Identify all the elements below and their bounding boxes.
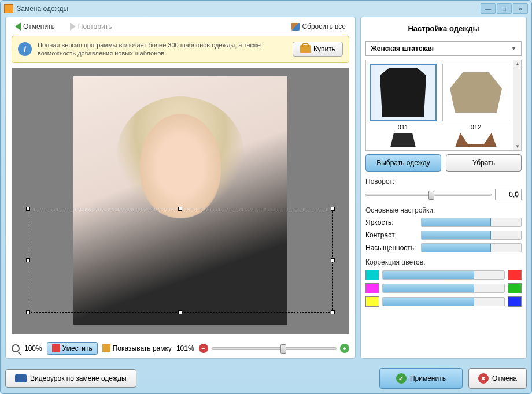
zoom-slider[interactable] [212, 347, 337, 350]
zoom-label: 100% [24, 344, 42, 352]
cart-icon [300, 45, 311, 53]
right-panel: Настройка одежды Женская штатская ▼ 011 … [360, 17, 527, 359]
selection-frame[interactable] [28, 209, 333, 313]
thumb-label: 012 [442, 124, 509, 131]
resize-handle[interactable] [26, 310, 30, 314]
resize-handle[interactable] [178, 207, 182, 211]
clothing-thumb[interactable] [442, 64, 509, 121]
reset-button[interactable]: Сбросить все [288, 21, 349, 32]
saturation-label: Насыщенность: [365, 244, 418, 252]
check-icon: ✓ [396, 373, 407, 384]
step-up[interactable]: ▲ [513, 190, 520, 195]
panel-title: Настройка одежды [365, 22, 522, 38]
chevron-down-icon: ▼ [511, 46, 516, 51]
footer: Видеоурок по замене одежды ✓ Применить ✕… [1, 363, 531, 393]
redo-label: Повторить [78, 23, 112, 31]
resize-handle[interactable] [331, 310, 335, 314]
zoom-value: 101% [176, 344, 194, 352]
undo-icon [15, 23, 21, 31]
bottom-bar: 100% Уместить Показывать рамку 101% − + [6, 339, 355, 358]
buy-label: Купить [313, 45, 335, 53]
color-slider[interactable] [382, 297, 505, 306]
rotation-label: Поворот: [365, 177, 522, 185]
slider-thumb[interactable] [428, 191, 434, 200]
clothing-thumb[interactable] [442, 133, 509, 147]
color-correction-label: Коррекция цветов: [365, 258, 522, 266]
canvas[interactable] [12, 68, 349, 334]
brightness-label: Яркость: [365, 218, 418, 226]
window-title: Замена одежды [17, 5, 481, 13]
tutorial-label: Видеоурок по замене одежды [30, 374, 127, 382]
color-swatch[interactable] [508, 283, 522, 293]
cancel-button[interactable]: ✕ Отмена [468, 368, 527, 389]
left-panel: Отменить Повторить Сбросить все i Полная… [5, 17, 356, 359]
category-label: Женская штатская [371, 44, 434, 53]
category-dropdown[interactable]: Женская штатская ▼ [365, 41, 522, 56]
frame-icon [102, 344, 110, 352]
redo-button[interactable]: Повторить [66, 21, 116, 32]
color-swatch[interactable] [508, 296, 522, 307]
saturation-slider[interactable] [421, 243, 522, 252]
close-icon: ✕ [478, 373, 489, 384]
resize-handle[interactable] [331, 258, 335, 262]
fit-label: Уместить [62, 344, 93, 352]
reset-label: Сбросить все [302, 23, 346, 31]
select-clothing-button[interactable]: Выбрать одежду [365, 154, 441, 172]
undo-button[interactable]: Отменить [12, 21, 58, 32]
clothing-thumb[interactable] [370, 64, 437, 121]
minimize-button[interactable]: — [481, 3, 496, 14]
rotation-value[interactable]: 0,0 ▲▼ [495, 189, 522, 200]
close-button[interactable]: ✕ [513, 3, 528, 14]
main-settings-label: Основные настройки: [365, 206, 522, 214]
rotation-slider[interactable] [365, 194, 492, 196]
buy-button[interactable]: Купить [293, 42, 343, 57]
titlebar: Замена одежды — □ ✕ [1, 1, 531, 17]
thumb-label: 011 [370, 124, 437, 131]
app-icon [4, 4, 13, 13]
scrollbar[interactable] [513, 60, 521, 150]
undo-label: Отменить [23, 23, 55, 31]
magnifier-icon [12, 344, 20, 352]
color-swatch[interactable] [365, 296, 379, 307]
resize-handle[interactable] [178, 310, 182, 314]
resize-handle[interactable] [331, 207, 335, 211]
color-swatch[interactable] [365, 270, 379, 280]
camera-icon [15, 374, 27, 382]
contrast-slider[interactable] [421, 231, 522, 240]
app-window: Замена одежды — □ ✕ Отменить Повторить [0, 0, 532, 394]
toolbar: Отменить Повторить Сбросить все [6, 17, 355, 36]
resize-handle[interactable] [26, 207, 30, 211]
color-swatch[interactable] [508, 270, 522, 280]
info-text: Полная версия программы включает более 3… [38, 41, 287, 58]
color-swatch[interactable] [365, 283, 379, 293]
brightness-slider[interactable] [421, 218, 522, 227]
color-slider[interactable] [382, 270, 505, 280]
resize-handle[interactable] [26, 258, 30, 262]
apply-button[interactable]: ✓ Применить [379, 368, 463, 389]
redo-icon [70, 23, 76, 31]
fit-icon [52, 344, 60, 352]
zoom-out-button[interactable]: − [199, 344, 208, 353]
remove-clothing-button[interactable]: Убрать [446, 154, 522, 172]
fit-button[interactable]: Уместить [47, 342, 98, 355]
brush-icon [291, 23, 300, 31]
info-icon: i [18, 42, 32, 56]
apply-label: Применить [410, 374, 446, 382]
color-slider[interactable] [382, 284, 505, 293]
contrast-label: Контраст: [365, 231, 418, 239]
show-frame-toggle[interactable]: Показывать рамку [102, 344, 172, 352]
show-frame-label: Показывать рамку [113, 344, 172, 352]
clothing-grid: 011 012 [365, 60, 522, 151]
step-down[interactable]: ▼ [513, 195, 520, 199]
info-bar: i Полная версия программы включает более… [12, 36, 349, 63]
cancel-label: Отмена [492, 374, 517, 382]
maximize-button[interactable]: □ [497, 3, 512, 14]
slider-thumb[interactable] [280, 344, 286, 354]
tutorial-button[interactable]: Видеоурок по замене одежды [5, 369, 136, 388]
clothing-thumb[interactable] [370, 133, 437, 147]
zoom-in-button[interactable]: + [340, 344, 349, 353]
